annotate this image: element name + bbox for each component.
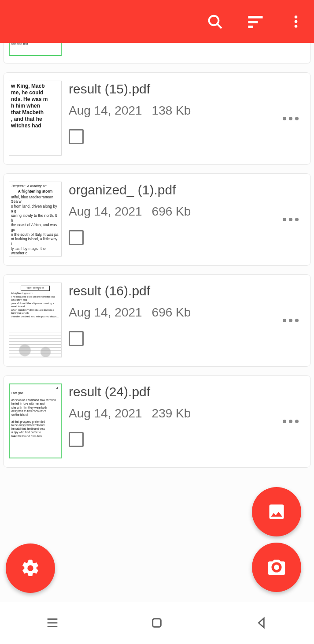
file-date: Aug 14, 2021 <box>69 305 142 320</box>
file-info: result (15).pdf Aug 14, 2021 138 Kb <box>69 81 305 144</box>
pdf-thumbnail: Tempest · a medley on A frightening stor… <box>9 182 62 257</box>
svg-rect-4 <box>248 26 253 28</box>
app-bar <box>0 0 314 43</box>
search-icon[interactable] <box>205 11 225 32</box>
svg-rect-3 <box>248 21 258 23</box>
sort-icon[interactable] <box>245 11 266 32</box>
file-more-button[interactable] <box>281 412 300 431</box>
file-card[interactable]: Tempest · a medley on A frightening stor… <box>3 173 311 266</box>
select-checkbox[interactable] <box>69 432 84 447</box>
more-horiz-icon <box>283 218 299 221</box>
more-vert-icon[interactable] <box>286 11 306 32</box>
svg-point-5 <box>295 15 298 19</box>
file-more-button[interactable] <box>281 109 300 128</box>
file-size: 696 Kb <box>152 305 191 320</box>
home-button[interactable] <box>148 614 166 632</box>
file-name: organized_ (1).pdf <box>69 182 305 197</box>
file-list: text text text texttext text text w King… <box>0 43 314 468</box>
file-card[interactable]: The Tempest A frightening stormThe beaut… <box>3 274 311 367</box>
settings-fab[interactable] <box>6 543 55 593</box>
svg-rect-2 <box>248 16 263 19</box>
file-info: result (16).pdf Aug 14, 2021 696 Kb <box>69 283 305 346</box>
svg-point-0 <box>209 15 219 25</box>
select-checkbox[interactable] <box>69 129 84 144</box>
file-name: result (16).pdf <box>69 283 305 298</box>
select-checkbox[interactable] <box>69 230 84 245</box>
file-name: result (24).pdf <box>69 384 305 399</box>
file-info: result (24).pdf Aug 14, 2021 239 Kb <box>69 383 305 447</box>
camera-icon <box>266 557 287 577</box>
back-button[interactable] <box>253 614 270 632</box>
more-horiz-icon <box>283 420 299 423</box>
file-date: Aug 14, 2021 <box>69 104 142 118</box>
file-date: Aug 14, 2021 <box>69 406 142 421</box>
file-card[interactable]: 4 I am gladas soon as Ferdinand saw Mira… <box>3 375 311 468</box>
file-size: 138 Kb <box>152 104 191 118</box>
file-more-button[interactable] <box>281 210 300 229</box>
file-card[interactable]: w King, Macbme, he could nds. He was mh … <box>3 72 311 165</box>
pdf-thumbnail: The Tempest A frightening stormThe beaut… <box>9 283 62 357</box>
svg-point-7 <box>295 25 298 28</box>
gallery-fab[interactable] <box>252 487 301 536</box>
svg-line-1 <box>217 24 222 28</box>
file-size: 696 Kb <box>152 205 191 219</box>
image-icon <box>267 502 286 521</box>
file-size: 239 Kb <box>152 406 191 421</box>
select-checkbox[interactable] <box>69 331 84 346</box>
file-card-partial[interactable]: text text text texttext text text <box>3 43 311 64</box>
svg-rect-11 <box>153 619 161 627</box>
recent-apps-button[interactable] <box>44 614 61 632</box>
pdf-thumbnail: text text text texttext text text <box>9 43 62 56</box>
more-horiz-icon <box>283 117 299 120</box>
system-navbar <box>0 602 314 644</box>
file-more-button[interactable] <box>281 311 300 330</box>
file-name: result (15).pdf <box>69 82 305 97</box>
svg-point-6 <box>295 20 298 23</box>
pdf-thumbnail: 4 I am gladas soon as Ferdinand saw Mira… <box>9 383 62 458</box>
file-date: Aug 14, 2021 <box>69 205 142 219</box>
more-horiz-icon <box>283 319 299 322</box>
pdf-thumbnail: w King, Macbme, he could nds. He was mh … <box>9 81 62 156</box>
file-info: organized_ (1).pdf Aug 14, 2021 696 Kb <box>69 182 305 245</box>
camera-fab[interactable] <box>252 543 301 592</box>
gear-icon <box>20 558 41 578</box>
